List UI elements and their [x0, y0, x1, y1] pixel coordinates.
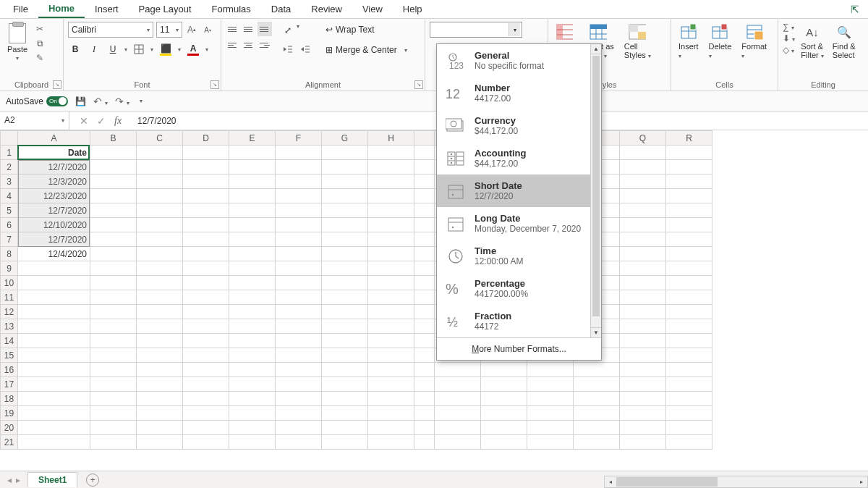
insert-cells-button[interactable]: Insert▾ — [676, 22, 702, 61]
row-header[interactable]: 10 — [1, 276, 18, 290]
cell-styles-button[interactable]: CellStyles ▾ — [621, 22, 654, 61]
cell[interactable] — [18, 363, 90, 377]
chevron-down-icon[interactable]: ▾ — [150, 46, 153, 53]
cell[interactable] — [276, 290, 322, 305]
cell[interactable] — [229, 146, 276, 160]
cell[interactable] — [620, 392, 666, 406]
cell[interactable] — [481, 435, 527, 450]
save-button[interactable]: 💾 — [75, 96, 86, 106]
cell[interactable] — [368, 232, 414, 247]
number-format-combo[interactable]: ▾ — [430, 22, 522, 38]
cell[interactable] — [666, 421, 712, 435]
cell[interactable] — [574, 406, 620, 421]
cell[interactable] — [276, 276, 322, 290]
number-format-option-percentage[interactable]: %Percentage4417200.00% — [437, 272, 601, 305]
conditional-formatting-button[interactable] — [553, 22, 576, 42]
sheet-tab[interactable]: Sheet1 — [27, 472, 77, 487]
cell[interactable] — [368, 392, 414, 406]
number-format-option-time[interactable]: Time12:00:00 AM — [437, 240, 601, 272]
row-header[interactable]: 20 — [1, 421, 18, 435]
cell[interactable] — [368, 319, 414, 334]
cell[interactable] — [183, 348, 229, 363]
dialog-launcher-icon[interactable]: ↘ — [210, 80, 219, 89]
cell[interactable] — [183, 189, 229, 203]
cell[interactable] — [183, 203, 229, 218]
column-header[interactable]: D — [183, 131, 229, 146]
cell[interactable] — [414, 305, 435, 319]
cell[interactable] — [183, 421, 229, 435]
cell[interactable] — [90, 421, 137, 435]
cell[interactable] — [620, 406, 666, 421]
cell[interactable] — [574, 377, 620, 392]
cell[interactable]: 12/4/2020 — [18, 247, 90, 261]
cell[interactable] — [229, 232, 276, 247]
cell[interactable] — [276, 218, 322, 232]
cell[interactable] — [137, 406, 183, 421]
cell[interactable] — [183, 334, 229, 348]
cell[interactable] — [368, 348, 414, 363]
cell[interactable] — [18, 305, 90, 319]
font-size-combo[interactable]: 11▾ — [156, 22, 182, 38]
cell[interactable] — [368, 406, 414, 421]
cell[interactable] — [183, 406, 229, 421]
row-header[interactable]: 14 — [1, 334, 18, 348]
cell[interactable] — [183, 174, 229, 189]
font-color-button[interactable]: A — [185, 43, 201, 56]
cell[interactable] — [620, 290, 666, 305]
scroll-down-icon[interactable]: ▼ — [591, 327, 601, 337]
cell[interactable] — [620, 146, 666, 160]
cell[interactable] — [527, 363, 574, 377]
cell[interactable] — [574, 392, 620, 406]
cell[interactable] — [322, 305, 368, 319]
cell[interactable] — [183, 305, 229, 319]
chevron-down-icon[interactable]: ▾ — [297, 23, 299, 38]
cell[interactable] — [137, 189, 183, 203]
cell[interactable] — [229, 348, 276, 363]
cell[interactable] — [229, 247, 276, 261]
cell[interactable] — [183, 247, 229, 261]
cell[interactable] — [276, 174, 322, 189]
underline-button[interactable]: U — [106, 42, 120, 56]
customize-qat-button[interactable]: ▾ — [140, 98, 142, 104]
cell[interactable] — [414, 203, 435, 218]
cell[interactable] — [620, 174, 666, 189]
format-painter-button[interactable]: ✎ — [33, 52, 46, 64]
cell[interactable] — [620, 218, 666, 232]
cell[interactable] — [137, 348, 183, 363]
cell[interactable] — [435, 377, 481, 392]
cell[interactable] — [229, 334, 276, 348]
cell[interactable] — [90, 146, 137, 160]
cell[interactable] — [183, 276, 229, 290]
number-format-option-accounting[interactable]: Accounting $44,172.00 — [437, 142, 601, 174]
cell[interactable] — [620, 363, 666, 377]
cell[interactable] — [322, 160, 368, 174]
cell[interactable] — [18, 421, 90, 435]
cell[interactable] — [229, 160, 276, 174]
cell[interactable] — [368, 334, 414, 348]
cell[interactable] — [666, 319, 712, 334]
cell[interactable] — [276, 435, 322, 450]
cell[interactable] — [368, 377, 414, 392]
row-header[interactable]: 16 — [1, 363, 18, 377]
cell[interactable] — [18, 290, 90, 305]
cell[interactable] — [137, 146, 183, 160]
cell[interactable] — [414, 160, 435, 174]
cut-button[interactable]: ✂ — [33, 23, 46, 35]
bold-button[interactable]: B — [68, 42, 82, 56]
cell[interactable] — [574, 421, 620, 435]
cell[interactable] — [435, 435, 481, 450]
cell[interactable] — [481, 363, 527, 377]
number-format-option-shortdate[interactable]: Short Date12/7/2020 — [437, 174, 601, 207]
number-format-option-number[interactable]: 12Number44172.00 — [437, 77, 601, 109]
autosum-button[interactable]: ∑ ▾ — [783, 22, 795, 32]
fill-button[interactable]: ⬇ ▾ — [783, 33, 795, 43]
cell[interactable] — [666, 334, 712, 348]
new-sheet-button[interactable]: + — [86, 474, 99, 487]
cell[interactable] — [183, 392, 229, 406]
row-header[interactable]: 21 — [1, 435, 18, 450]
sheet-nav-next[interactable]: ▸ — [16, 475, 20, 485]
cell[interactable] — [435, 421, 481, 435]
cell[interactable] — [137, 232, 183, 247]
clear-button[interactable]: ◇ ▾ — [783, 45, 795, 55]
cell[interactable] — [229, 377, 276, 392]
